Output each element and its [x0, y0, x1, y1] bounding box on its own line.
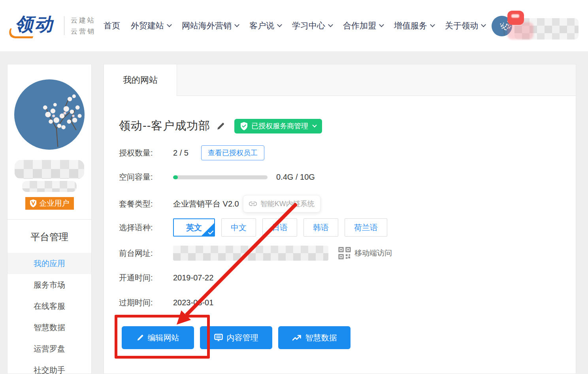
- expire-time-value: 2023-08-01: [173, 298, 213, 307]
- language-option-korean[interactable]: 韩语: [303, 218, 338, 237]
- nav-item-home[interactable]: 首页: [104, 20, 120, 31]
- auth-count-label: 授权数量:: [119, 148, 173, 158]
- sidebar-item-my-apps[interactable]: 我的应用: [8, 253, 91, 274]
- open-time-value: 2019-07-22: [173, 273, 213, 282]
- logo-tagline: 云建站 云营销: [71, 16, 96, 36]
- tagline-line1: 云建站: [71, 16, 96, 25]
- plan-type-value: 企业营销平台 V2.0: [173, 199, 239, 209]
- kw-internal-link-label: 智能KW内链系统: [260, 199, 315, 209]
- language-option-dutch[interactable]: 荷兰语: [345, 218, 387, 237]
- notification-badge[interactable]: [507, 11, 524, 25]
- space-usage-fill: [173, 175, 178, 179]
- sidebar-item-operation-compass[interactable]: 运营罗盘: [8, 338, 91, 359]
- action-buttons-row: 编辑网站 内容管理 智慧数据: [122, 326, 351, 349]
- pencil-icon: [137, 334, 144, 341]
- chevron-down-icon: [328, 22, 333, 27]
- mobile-access-link[interactable]: 移动端访问: [338, 247, 392, 259]
- space-capacity-value: 0.4G / 10G: [276, 173, 315, 182]
- edit-website-button[interactable]: 编辑网站: [122, 326, 194, 349]
- kw-internal-link-chip[interactable]: 智能KW内链系统: [243, 195, 320, 212]
- nav-item-learning-center[interactable]: 学习中心: [292, 20, 332, 31]
- space-usage-progressbar: [173, 175, 268, 179]
- smart-data-label: 智慧数据: [305, 333, 337, 343]
- site-title: 领动--客户成功部: [119, 118, 210, 134]
- auth-count-row: 授权数量: 2 / 5 查看已授权员工: [119, 145, 264, 160]
- expire-time-label: 过期时间:: [119, 297, 173, 308]
- nav-item-value-added[interactable]: 增值服务: [394, 20, 434, 31]
- nav-item-site-building[interactable]: 外贸建站: [131, 20, 171, 31]
- tagline-line2: 云营销: [71, 27, 96, 36]
- open-time-label: 开通时间:: [119, 273, 173, 283]
- vip-shield-icon: [30, 199, 37, 207]
- link-icon: [249, 201, 257, 206]
- sidebar-divider: [8, 219, 91, 220]
- shield-check-icon: [240, 122, 248, 130]
- authorized-provider-manage-button[interactable]: 已授权服务商管理: [234, 119, 322, 133]
- main-nav: 首页 外贸建站 网站海外营销 客户说 学习中心 合作加盟 增值服务 关于领动: [104, 0, 485, 51]
- chevron-down-icon: [430, 22, 435, 27]
- edit-title-button[interactable]: [217, 122, 225, 130]
- sidebar-menu: 我的应用 服务市场 在线客服 智慧数据 运营罗盘 社交助手: [8, 253, 91, 374]
- content-manage-button[interactable]: 内容管理: [200, 326, 272, 349]
- language-option-chinese[interactable]: 中文: [221, 218, 256, 237]
- sidebar-item-online-service[interactable]: 在线客服: [8, 295, 91, 317]
- open-time-row: 开通时间: 2019-07-22: [119, 273, 213, 283]
- chevron-down-icon: [277, 22, 282, 27]
- site-url-row: 前台网址: 移动端访问: [119, 246, 392, 261]
- content-manage-label: 内容管理: [227, 333, 258, 343]
- profile-avatar[interactable]: [14, 79, 85, 150]
- blurred-username-line2: [22, 181, 77, 192]
- chevron-down-icon: [481, 22, 486, 27]
- page: 领动 云建站 云营销 首页 外贸建站 网站海外营销 客户说 学习中心 合作加盟 …: [0, 0, 588, 374]
- sidebar-item-smart-data[interactable]: 智慧数据: [8, 317, 91, 338]
- logo[interactable]: 领动 云建站 云营销: [9, 0, 96, 51]
- sidebar-section-title: 平台管理: [8, 231, 91, 243]
- language-select-row: 选择语种: 英文 中文 日语 韩语 荷兰语: [119, 218, 387, 237]
- logo-divider: [64, 16, 64, 35]
- nav-item-about[interactable]: 关于领动: [445, 20, 485, 31]
- check-icon: [208, 231, 213, 235]
- sidebar: 企业用户 平台管理 我的应用 服务市场 在线客服 智慧数据 运营罗盘 社交助手: [7, 64, 92, 374]
- view-authorized-staff-button[interactable]: 查看已授权员工: [201, 145, 264, 160]
- mobile-access-label: 移动端访问: [354, 248, 392, 258]
- chevron-down-icon: [234, 22, 239, 27]
- nav-item-customer-voice[interactable]: 客户说: [249, 20, 281, 31]
- language-select-label: 选择语种:: [119, 222, 173, 233]
- content-manage-icon: [214, 334, 223, 342]
- avatar-photo: [14, 79, 85, 150]
- blurred-badge-count: [511, 14, 519, 18]
- space-capacity-row: 空间容量: 0.4G / 10G: [119, 172, 315, 182]
- nav-item-overseas-marketing[interactable]: 网站海外营销: [182, 20, 239, 31]
- enterprise-user-badge: 企业用户: [25, 197, 74, 210]
- chevron-down-icon: [167, 22, 172, 27]
- top-header: 领动 云建站 云营销 首页 外贸建站 网站海外营销 客户说 学习中心 合作加盟 …: [0, 0, 588, 51]
- edit-website-label: 编辑网站: [148, 333, 179, 343]
- plan-type-row: 套餐类型: 企业营销平台 V2.0 智能KW内链系统: [119, 195, 320, 212]
- language-option-japanese[interactable]: 日语: [262, 218, 297, 237]
- smart-data-button[interactable]: 智慧数据: [278, 326, 351, 349]
- chevron-down-icon: [313, 123, 317, 127]
- plan-type-label: 套餐类型:: [119, 199, 173, 209]
- site-title-row: 领动--客户成功部 已授权服务商管理: [119, 118, 322, 134]
- chevron-down-icon: [379, 22, 384, 27]
- auth-count-value: 2 / 5: [173, 148, 188, 158]
- brand-logo-text: 领动: [9, 12, 58, 39]
- blurred-username-line1: [15, 160, 84, 179]
- qr-code-icon: [338, 247, 351, 259]
- main-panel: 我的网站 领动--客户成功部 已授权服务商管理: [104, 64, 576, 374]
- site-url-label: 前台网址:: [119, 248, 173, 259]
- main-content: 领动--客户成功部 已授权服务商管理 授权数量: 2 /: [104, 64, 576, 374]
- space-capacity-label: 空间容量:: [119, 172, 173, 182]
- blurred-site-url: [173, 246, 328, 261]
- language-option-english[interactable]: 英文: [173, 218, 215, 237]
- language-options: 英文 中文 日语 韩语 荷兰语: [173, 218, 387, 237]
- sidebar-item-service-market[interactable]: 服务市场: [8, 274, 91, 295]
- expire-time-row: 过期时间: 2023-08-01: [119, 297, 213, 308]
- enterprise-user-label: 企业用户: [40, 198, 70, 209]
- trend-chart-icon: [292, 334, 302, 341]
- authorized-provider-manage-label: 已授权服务商管理: [251, 121, 308, 131]
- nav-item-partnership[interactable]: 合作加盟: [343, 20, 383, 31]
- pencil-icon: [217, 122, 225, 130]
- sidebar-item-social-assistant[interactable]: 社交助手: [8, 359, 91, 374]
